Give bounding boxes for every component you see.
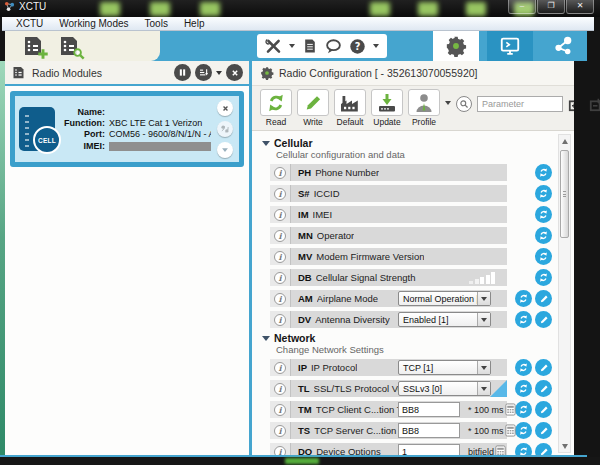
- device-options-input[interactable]: [398, 444, 460, 455]
- info-icon[interactable]: [274, 209, 286, 221]
- row-mv[interactable]: MV Modem Firmware Version: [270, 248, 507, 265]
- refresh-param-icon[interactable]: [535, 164, 552, 181]
- info-icon[interactable]: [274, 230, 286, 242]
- info-icon[interactable]: [274, 446, 286, 456]
- maximize-button[interactable]: ❐: [537, 0, 565, 14]
- scroll-up-button[interactable]: [559, 135, 570, 147]
- info-icon[interactable]: [274, 425, 286, 437]
- menu-item-working-modes[interactable]: Working Modes: [51, 18, 136, 29]
- collapse-all-button[interactable]: [589, 96, 600, 112]
- refresh-param-icon[interactable]: [535, 206, 552, 223]
- write-param-icon[interactable]: [535, 290, 552, 307]
- module-actions-tab: [5, 31, 160, 61]
- menu-item-xctu[interactable]: XCTU: [8, 18, 51, 29]
- parameter-search-input[interactable]: [477, 96, 563, 112]
- refresh-param-icon[interactable]: [515, 422, 532, 439]
- update-button[interactable]: Update: [371, 89, 403, 127]
- refresh-param-icon[interactable]: [535, 248, 552, 265]
- info-icon[interactable]: [274, 293, 286, 305]
- feedback-chat-icon[interactable]: [325, 38, 342, 55]
- info-icon[interactable]: [274, 362, 286, 374]
- airplane-mode-select[interactable]: Normal Operation [0]: [398, 291, 491, 306]
- minimize-button[interactable]: –: [508, 0, 536, 14]
- tab-network[interactable]: [541, 31, 587, 61]
- write-param-icon[interactable]: [535, 311, 552, 328]
- scroll-down-button[interactable]: [559, 440, 570, 452]
- add-module-button[interactable]: [21, 34, 45, 58]
- connect-device-button[interactable]: [217, 121, 233, 137]
- info-icon[interactable]: [274, 167, 286, 179]
- tcp-server-timeout-input[interactable]: [398, 423, 460, 438]
- tab-configuration[interactable]: [433, 31, 479, 61]
- menu-item-help[interactable]: Help: [176, 18, 213, 29]
- row-ts[interactable]: TS TCP Server C...tion Timeout * 100 ms: [270, 422, 507, 439]
- info-icon[interactable]: [274, 404, 286, 416]
- refresh-param-icon[interactable]: [535, 269, 552, 286]
- write-param-icon[interactable]: [535, 443, 552, 455]
- refresh-param-icon[interactable]: [535, 227, 552, 244]
- factory-icon: [339, 92, 361, 114]
- row-ip[interactable]: IP IP Protocol TCP [1]: [270, 359, 507, 376]
- chevron-down-icon[interactable]: [216, 71, 222, 75]
- sort-modules-button[interactable]: [195, 64, 212, 81]
- scrollbar-thumb[interactable]: [560, 150, 569, 238]
- calculator-icon[interactable]: [494, 445, 507, 455]
- row-tm[interactable]: TM TCP Client C...tion Timeout * 100 ms: [270, 401, 507, 418]
- row-tl[interactable]: TL SSL/TLS Protocol Version SSLv3 [0]: [270, 380, 507, 397]
- vertical-scrollbar[interactable]: [558, 134, 571, 453]
- chevron-down-icon[interactable]: [373, 44, 379, 48]
- row-im[interactable]: IM IMEI: [270, 206, 507, 223]
- remove-all-modules-button[interactable]: [226, 64, 243, 81]
- write-param-icon[interactable]: [535, 401, 552, 418]
- chevron-down-icon[interactable]: [289, 44, 295, 48]
- section-network[interactable]: Network: [262, 332, 552, 344]
- row-mn[interactable]: MN Operator: [270, 227, 507, 244]
- refresh-param-icon[interactable]: [515, 290, 532, 307]
- refresh-param-icon[interactable]: [535, 185, 552, 202]
- default-button[interactable]: Default: [334, 89, 366, 127]
- tools-icon[interactable]: [265, 38, 282, 55]
- tab-console[interactable]: [487, 31, 533, 61]
- menu-item-tools[interactable]: Tools: [137, 18, 176, 29]
- discover-module-button[interactable]: [57, 34, 81, 58]
- refresh-param-icon[interactable]: [515, 380, 532, 397]
- ssl-tls-version-select[interactable]: SSLv3 [0]: [398, 381, 491, 396]
- split-view-button[interactable]: [174, 64, 191, 81]
- refresh-param-icon[interactable]: [515, 401, 532, 418]
- write-param-icon[interactable]: [535, 422, 552, 439]
- tcp-client-timeout-input[interactable]: [398, 402, 460, 417]
- write-param-icon[interactable]: [535, 380, 552, 397]
- expand-device-button[interactable]: [217, 142, 233, 158]
- row-ph[interactable]: PH Phone Number: [270, 164, 507, 181]
- refresh-param-icon[interactable]: [515, 443, 532, 455]
- antenna-diversity-select[interactable]: Enabled [1]: [398, 312, 491, 327]
- info-icon[interactable]: [274, 251, 286, 263]
- write-button[interactable]: Write: [297, 89, 329, 127]
- panel-title: Radio Configuration [ - 352613070055920]: [279, 67, 478, 79]
- profile-button[interactable]: Profile: [408, 89, 440, 127]
- row-sh[interactable]: S# ICCID: [270, 185, 507, 202]
- row-do[interactable]: DO Device Options bitfield: [270, 443, 507, 455]
- ip-protocol-select[interactable]: TCP [1]: [398, 360, 491, 375]
- calculator-icon[interactable]: [504, 424, 517, 437]
- write-param-icon[interactable]: [535, 359, 552, 376]
- refresh-param-icon[interactable]: [515, 311, 532, 328]
- read-button[interactable]: Read: [260, 89, 292, 127]
- section-cellular[interactable]: Cellular: [262, 137, 552, 149]
- row-db[interactable]: DB Cellular Signal Strength: [270, 269, 507, 286]
- remove-device-button[interactable]: [217, 100, 233, 116]
- row-dv[interactable]: DV Antenna Diversity Enabled [1]: [270, 311, 507, 328]
- frames-log-icon[interactable]: [302, 38, 318, 54]
- calculator-icon[interactable]: [504, 403, 517, 416]
- chevron-down-icon[interactable]: [445, 101, 451, 105]
- close-button[interactable]: ✕: [566, 0, 594, 14]
- info-icon[interactable]: [274, 314, 286, 326]
- param-line: AM Airplane Mode Normal Operation [0]: [270, 290, 552, 307]
- refresh-param-icon[interactable]: [515, 359, 532, 376]
- info-icon[interactable]: [274, 272, 286, 284]
- info-icon[interactable]: [274, 383, 286, 395]
- row-am[interactable]: AM Airplane Mode Normal Operation [0]: [270, 290, 507, 307]
- help-icon[interactable]: [349, 38, 366, 55]
- info-icon[interactable]: [274, 188, 286, 200]
- device-card[interactable]: CELL Name: Function: XBC LTE Cat 1 Veriz…: [10, 91, 244, 167]
